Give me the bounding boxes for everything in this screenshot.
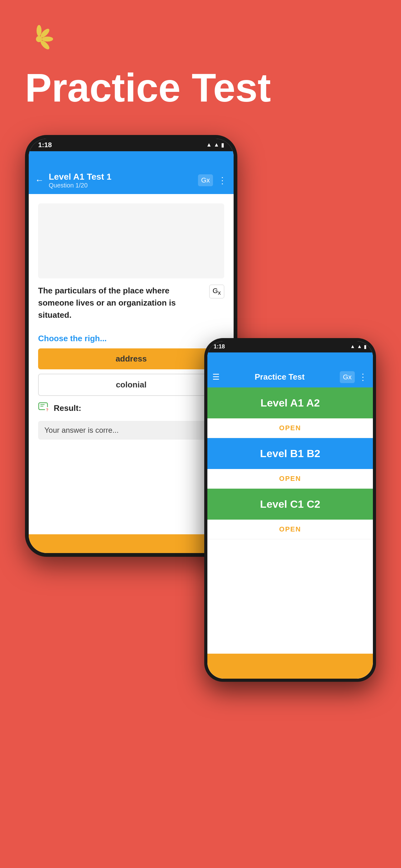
status-bar-main [29, 151, 234, 167]
level-card-b1b2[interactable]: Level B1 B2 OPEN [207, 438, 373, 489]
level-banner-a1a2[interactable]: Level A1 A2 [207, 388, 373, 418]
battery-icon-second: ▮ [364, 344, 367, 350]
content-area-main: The particulars of the place where someo… [29, 194, 234, 446]
phone-second-notch [268, 341, 312, 349]
page-background: Practice Test 1:18 ▲ ▲ ▮ [0, 0, 401, 868]
svg-point-2 [42, 36, 53, 41]
phone-second-inner: 1:18 ▲ ▲ ▮ ☰ Practice Test Gx [207, 341, 373, 679]
translate-button-second[interactable]: Gx [340, 371, 355, 383]
phone-main-inner: 1:18 ▲ ▲ ▮ ← Level A1 Test 1 Question 1/… [29, 139, 234, 553]
choose-right-label: Choose the righ... [38, 334, 224, 343]
status-icons-second: ▲ ▲ ▮ [350, 344, 367, 350]
phones-container: 1:18 ▲ ▲ ▮ ← Level A1 Test 1 Question 1/… [25, 135, 382, 791]
more-button-second[interactable]: ⋮ [359, 372, 368, 382]
phone-second: 1:18 ▲ ▲ ▮ ☰ Practice Test Gx [204, 338, 376, 682]
translate-inline-icon[interactable]: Gx [209, 285, 224, 299]
result-message: Your answer is corre... [38, 421, 224, 440]
level-banner-b1b2[interactable]: Level B1 B2 [207, 438, 373, 469]
svg-point-0 [37, 25, 41, 36]
header-left-main: ← Level A1 Test 1 Question 1/20 [35, 172, 111, 189]
levels-list: Level A1 A2 OPEN Level B1 B2 OPEN [207, 388, 373, 539]
phone-main-notch [103, 139, 159, 148]
level-banner-text-b1b2: Level B1 B2 [260, 447, 321, 459]
header-title-group: Level A1 Test 1 Question 1/20 [49, 172, 111, 189]
flower-icon [25, 25, 382, 57]
phone-second-notch-area: 1:18 ▲ ▲ ▮ [207, 341, 373, 352]
wifi-icon-second: ▲ [350, 344, 355, 350]
level-banner-text-a1a2: Level A1 A2 [261, 397, 320, 409]
level-card-c1c2[interactable]: Level C1 C2 OPEN [207, 489, 373, 539]
status-time-main: 1:18 [38, 141, 52, 149]
header-title-second: Practice Test [255, 372, 304, 382]
result-label: Result: [54, 403, 81, 413]
level-open-label-b1b2: OPEN [279, 475, 301, 483]
question-text: The particulars of the place where someo… [38, 285, 206, 321]
app-header-second: ☰ Practice Test Gx ⋮ [207, 367, 373, 388]
hamburger-button[interactable]: ☰ [212, 372, 220, 382]
more-button-main[interactable]: ⋮ [218, 175, 227, 186]
translate-button-main[interactable]: Gx [198, 174, 213, 186]
level-open-label-a1a2: OPEN [279, 424, 301, 432]
answer-colonial[interactable]: colonial [38, 374, 224, 396]
answer-address[interactable]: address [38, 348, 224, 369]
bottom-strip-main [29, 534, 234, 553]
result-icon: ? [38, 401, 51, 416]
header-right-main: Gx ⋮ [198, 174, 227, 186]
svg-text:?: ? [46, 408, 48, 412]
status-bar-second [207, 352, 373, 367]
level-banner-c1c2[interactable]: Level C1 C2 [207, 489, 373, 520]
page-title: Practice Test [25, 66, 382, 110]
header-subtitle-main: Question 1/20 [49, 182, 111, 189]
bottom-nav-strip-second [207, 654, 373, 679]
level-banner-text-c1c2: Level C1 C2 [260, 498, 321, 510]
level-open-label-c1c2: OPEN [279, 525, 301, 533]
result-section: ? Result: [38, 401, 224, 416]
phone-main-notch-area: 1:18 ▲ ▲ ▮ [29, 139, 234, 151]
battery-icon-main: ▮ [221, 142, 224, 148]
header-title-main: Level A1 Test 1 [49, 172, 111, 182]
question-image-area [38, 204, 224, 278]
app-header-main: ← Level A1 Test 1 Question 1/20 Gx ⋮ [29, 167, 234, 194]
header-right-second: Gx ⋮ [340, 371, 368, 383]
level-card-a1a2[interactable]: Level A1 A2 OPEN [207, 388, 373, 438]
level-open-c1c2: OPEN [207, 520, 373, 539]
status-time-second: 1:18 [213, 343, 225, 350]
level-open-b1b2: OPEN [207, 469, 373, 489]
status-icons-main: ▲ ▲ ▮ [206, 142, 224, 148]
level-open-a1a2: OPEN [207, 418, 373, 438]
back-button-main[interactable]: ← [35, 175, 44, 185]
wifi-icon-main: ▲ [206, 142, 212, 148]
svg-point-4 [36, 36, 42, 42]
signal-icon-main: ▲ [213, 142, 219, 148]
signal-icon-second: ▲ [357, 344, 362, 350]
